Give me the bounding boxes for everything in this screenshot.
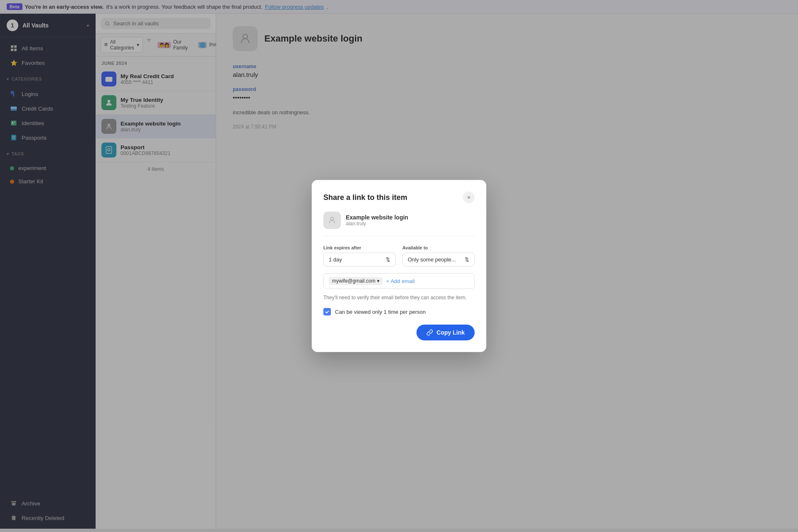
email-field-wrap[interactable]: mywife@gmail.com ▾ + Add email [323, 273, 475, 289]
available-to-value: Only some people... [408, 256, 456, 263]
checkbox-label: Can be viewed only 1 time per person [335, 309, 426, 315]
modal-footer: Copy Link [323, 325, 475, 340]
link-icon [426, 329, 433, 336]
copy-link-button[interactable]: Copy Link [416, 325, 475, 340]
modal-close-button[interactable]: × [463, 192, 475, 203]
email-chip[interactable]: mywife@gmail.com ▾ [329, 277, 383, 285]
preview-item-subtitle: alan.truly [346, 221, 408, 227]
link-expires-select[interactable]: 1 day ⇅ [323, 253, 396, 266]
link-expires-value: 1 day [329, 256, 342, 263]
stepper-icon: ⇅ [465, 256, 469, 263]
link-expires-group: Link expires after 1 day ⇅ [323, 245, 396, 266]
checkmark-icon [325, 309, 330, 314]
modal-title: Share a link to this item [323, 193, 407, 202]
preview-text: Example website login alan.truly [346, 214, 408, 227]
modal-overlay[interactable]: Share a link to this item × Example webs… [0, 0, 798, 532]
chevron-down-icon: ▾ [377, 278, 379, 284]
available-to-label: Available to [402, 245, 475, 250]
stepper-icon: ⇅ [386, 256, 390, 263]
copy-link-label: Copy Link [436, 329, 465, 336]
add-email-button[interactable]: + Add email [386, 278, 414, 284]
email-chip-value: mywife@gmail.com [332, 278, 375, 284]
preview-item-title: Example website login [346, 214, 408, 221]
svg-point-22 [330, 217, 333, 220]
preview-icon [323, 212, 341, 229]
available-to-select[interactable]: Only some people... ⇅ [402, 253, 475, 266]
modal-item-preview: Example website login alan.truly [323, 212, 475, 236]
checkbox-row[interactable]: Can be viewed only 1 time per person [323, 308, 475, 315]
view-once-checkbox[interactable] [323, 308, 331, 315]
form-row-expiry-available: Link expires after 1 day ⇅ Available to … [323, 245, 475, 266]
available-to-group: Available to Only some people... ⇅ [402, 245, 475, 266]
hint-text: They'll need to verify their email befor… [323, 294, 475, 301]
modal-header: Share a link to this item × [323, 192, 475, 203]
share-link-modal: Share a link to this item × Example webs… [312, 180, 486, 352]
link-expires-label: Link expires after [323, 245, 396, 250]
